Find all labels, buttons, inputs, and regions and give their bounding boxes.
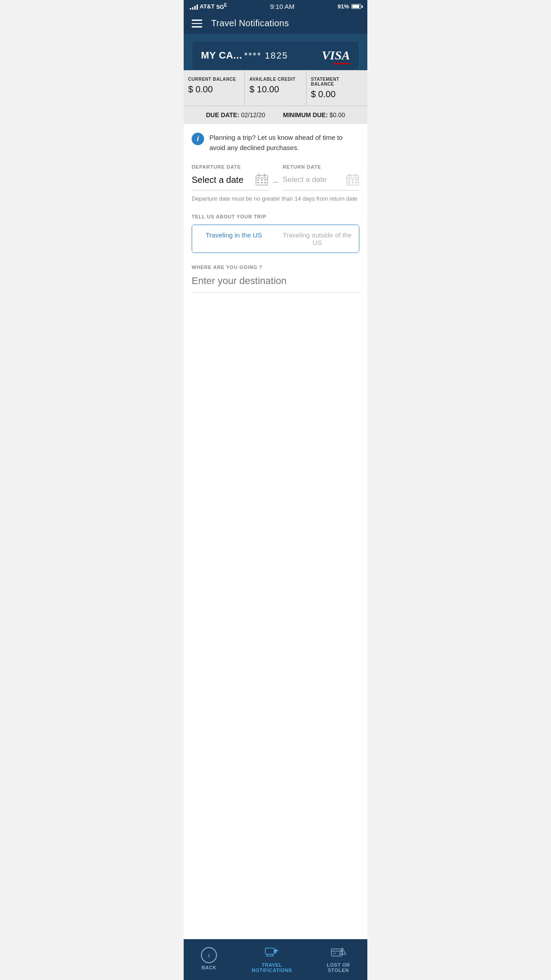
battery-fill <box>352 5 359 8</box>
card-name: MY CA... <box>201 50 242 61</box>
statement-balance-label: STATEMENT BALANCE <box>311 77 363 87</box>
minimum-due-value: $0.00 <box>330 111 345 119</box>
balance-row: CURRENT BALANCE $ 0.00 AVAILABLE CREDIT … <box>184 70 367 106</box>
nav-item-travel[interactable]: TRAVELNOTIFICATIONS <box>252 944 292 973</box>
trip-section-label: TELL US ABOUT YOUR TRIP <box>192 214 359 219</box>
svg-rect-7 <box>257 182 259 183</box>
carrier-info: AT&T 5GE <box>190 3 227 10</box>
svg-rect-16 <box>355 179 357 181</box>
card-widget: MY CA... **** 1825 VISA <box>192 41 359 70</box>
page-title: Travel Notifications <box>211 18 289 28</box>
minimum-due: MINIMUM DUE: $0.00 <box>283 111 345 119</box>
minimum-due-label: MINIMUM DUE: <box>283 111 328 119</box>
card-info: MY CA... **** 1825 <box>201 50 288 61</box>
visa-logo: VISA <box>322 48 350 63</box>
current-balance: CURRENT BALANCE $ 0.00 <box>184 71 244 106</box>
nav-item-back[interactable]: ‹ BACK <box>201 947 217 970</box>
lost-icon <box>331 944 346 960</box>
info-text: Planning a trip? Let us know ahead of ti… <box>209 133 359 153</box>
statement-balance: STATEMENT BALANCE $ 0.00 <box>306 71 367 106</box>
available-credit-value: $ 10.00 <box>249 84 301 95</box>
svg-rect-6 <box>264 179 266 181</box>
app-header: Travel Notifications <box>184 13 367 34</box>
battery-info: 91% <box>338 3 361 10</box>
battery-icon <box>351 4 361 9</box>
departure-date-value: Select a date <box>192 175 252 185</box>
travel-icon <box>264 944 280 960</box>
date-separator: -- <box>273 178 278 190</box>
info-icon: i <box>192 133 204 145</box>
departure-date-field[interactable]: DEPARTURE DATE Select a date <box>192 164 268 190</box>
back-icon: ‹ <box>201 947 217 963</box>
battery-percent: 91% <box>338 3 349 10</box>
main-content: i Planning a trip? Let us know ahead of … <box>184 124 367 939</box>
departure-date-input-row: Select a date <box>192 173 268 190</box>
svg-rect-4 <box>257 179 259 181</box>
svg-rect-20 <box>265 948 274 954</box>
return-date-label: RETURN DATE <box>283 164 359 170</box>
departure-date-label: DEPARTURE DATE <box>192 164 268 170</box>
return-date-value: Select a date <box>283 175 342 184</box>
destination-input[interactable] <box>192 275 359 292</box>
svg-rect-19 <box>355 182 357 183</box>
lost-stolen-icon <box>331 944 346 960</box>
destination-label: WHERE ARE YOU GOING ? <box>192 265 359 270</box>
due-date-row: DUE DATE: 02/12/20 MINIMUM DUE: $0.00 <box>184 106 367 124</box>
trip-option-outside[interactable]: Traveling outside of the US <box>276 225 359 253</box>
svg-rect-18 <box>352 182 354 183</box>
date-fields: DEPARTURE DATE Select a date -- <box>192 164 359 190</box>
svg-point-28 <box>342 953 343 954</box>
back-arrow-icon: ‹ <box>201 947 217 963</box>
svg-rect-5 <box>261 179 263 181</box>
available-credit: AVAILABLE CREDIT $ 10.00 <box>244 71 306 106</box>
info-banner: i Planning a trip? Let us know ahead of … <box>192 133 359 153</box>
travel-notifications-icon <box>264 944 280 960</box>
network-label: 5GE <box>216 3 227 10</box>
bottom-nav: ‹ BACK TRAVELNOTIFICATIONS <box>184 939 367 980</box>
current-balance-value: $ 0.00 <box>188 84 240 95</box>
trip-toggle: Traveling in the US Traveling outside of… <box>192 225 359 253</box>
date-hint: Departure date must be no greater than 1… <box>192 195 359 203</box>
return-date-input-row: Select a date <box>283 173 359 190</box>
card-section: MY CA... **** 1825 VISA <box>184 34 367 70</box>
time-label: 9:10 AM <box>270 3 295 10</box>
status-bar: AT&T 5GE 9:10 AM 91% <box>184 0 367 13</box>
svg-rect-17 <box>348 182 350 183</box>
svg-rect-15 <box>352 179 354 181</box>
menu-button[interactable] <box>192 20 202 28</box>
nav-label-travel: TRAVELNOTIFICATIONS <box>252 962 292 973</box>
nav-item-lost[interactable]: LOST ORSTOLEN <box>327 944 350 973</box>
carrier-label: AT&T <box>200 3 215 10</box>
card-number: **** 1825 <box>244 51 288 60</box>
svg-rect-9 <box>264 182 266 183</box>
return-calendar-icon[interactable] <box>346 173 359 186</box>
current-balance-label: CURRENT BALANCE <box>188 77 240 82</box>
departure-calendar-icon[interactable] <box>255 173 268 186</box>
destination-section: WHERE ARE YOU GOING ? <box>192 265 359 292</box>
due-date-value: 02/12/20 <box>241 111 265 119</box>
return-date-field[interactable]: RETURN DATE Select a date <box>283 164 359 190</box>
statement-balance-value: $ 0.00 <box>311 89 363 99</box>
nav-label-lost: LOST ORSTOLEN <box>327 962 350 973</box>
due-date: DUE DATE: 02/12/20 <box>206 111 265 119</box>
svg-rect-8 <box>261 182 263 183</box>
available-credit-label: AVAILABLE CREDIT <box>249 77 301 82</box>
nav-label-back: BACK <box>201 965 216 970</box>
trip-option-us[interactable]: Traveling in the US <box>192 225 276 253</box>
svg-rect-14 <box>348 179 350 181</box>
signal-icon <box>190 4 198 10</box>
due-date-label: DUE DATE: <box>206 111 239 119</box>
